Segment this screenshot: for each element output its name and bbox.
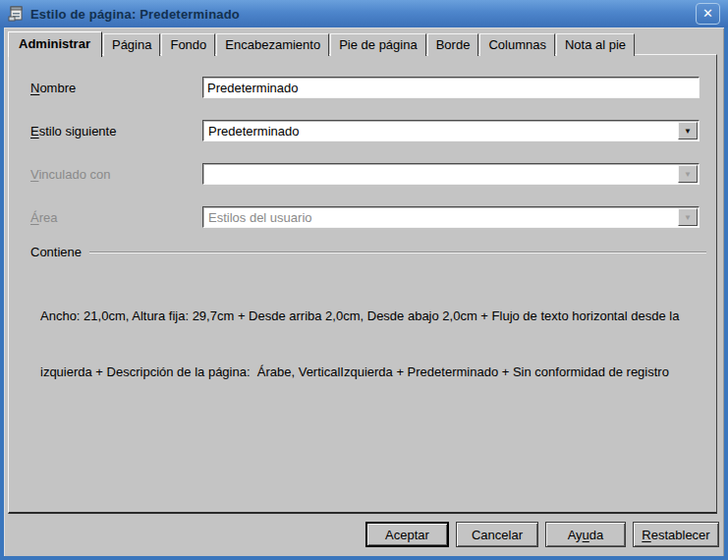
page-style-icon [7, 5, 25, 23]
tab-strip: Administrar Página Fondo Encabezamiento … [8, 31, 636, 56]
contains-description: Ancho: 21,0cm, Altura fija: 29,7cm + Des… [40, 269, 697, 419]
area-value: Estilos del usuario [203, 210, 699, 225]
name-label: Nombre [30, 81, 76, 95]
administrar-tab-page: Nombre Estilo siguiente Predeterminado ▼… [8, 54, 717, 514]
tab-columnas[interactable]: Columnas [479, 33, 555, 56]
tab-nota-al-pie[interactable]: Nota al pie [556, 33, 635, 56]
dialog-body: Administrar Página Fondo Encabezamiento … [0, 28, 728, 560]
contains-line-2: izquierda + Descripción de la página: Ár… [40, 363, 697, 381]
tab-encabezamiento[interactable]: Encabezamiento [216, 33, 329, 56]
chevron-down-icon: ▼ [678, 165, 698, 183]
contains-label: Contiene [30, 245, 82, 259]
page-style-dialog: Estilo de página: Predeterminado ✕ Admin… [0, 0, 728, 560]
contains-section-header: Contiene [30, 245, 706, 259]
area-combobox: Estilos del usuario ▼ [202, 206, 700, 228]
next-style-value: Predeterminado [203, 124, 699, 139]
chevron-down-icon: ▼ [678, 208, 698, 226]
tab-fondo[interactable]: Fondo [161, 33, 215, 56]
reset-button[interactable]: Restablecer [633, 522, 719, 547]
next-style-label: Estilo siguiente [30, 124, 116, 139]
dialog-button-row: Aceptar Cancelar Ayuda Restablecer [365, 522, 719, 547]
tab-pie-de-pagina[interactable]: Pie de página [330, 33, 426, 56]
accept-button[interactable]: Aceptar [365, 522, 449, 547]
linked-with-combobox: ▼ [202, 163, 700, 185]
titlebar[interactable]: Estilo de página: Predeterminado ✕ [0, 0, 728, 28]
contains-line-1: Ancho: 21,0cm, Altura fija: 29,7cm + Des… [40, 307, 697, 325]
tab-borde[interactable]: Borde [427, 33, 479, 56]
linked-with-label: Vinculado con [30, 167, 110, 182]
help-button[interactable]: Ayuda [545, 522, 626, 547]
name-input[interactable] [202, 77, 700, 98]
close-icon[interactable]: ✕ [696, 3, 720, 25]
next-style-combobox[interactable]: Predeterminado ▼ [202, 120, 700, 141]
tab-administrar[interactable]: Administrar [8, 31, 102, 57]
cancel-button[interactable]: Cancelar [456, 522, 538, 547]
window-title: Estilo de página: Predeterminado [30, 7, 240, 22]
contains-rule [89, 252, 706, 253]
area-label: Área [30, 210, 57, 225]
tab-pagina[interactable]: Página [103, 33, 160, 56]
chevron-down-icon[interactable]: ▼ [678, 122, 698, 140]
